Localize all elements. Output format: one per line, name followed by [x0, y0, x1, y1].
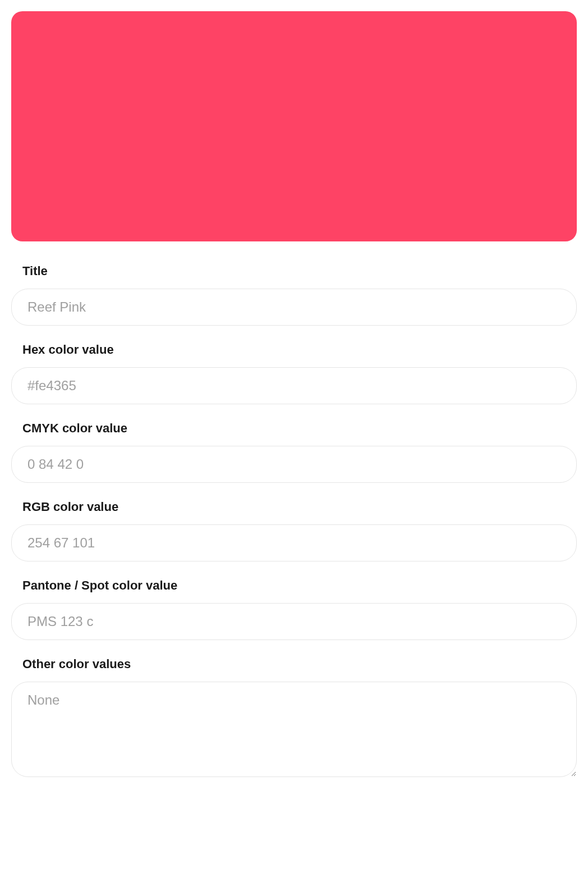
color-swatch: [11, 11, 577, 241]
title-label: Title: [11, 264, 577, 278]
other-textarea[interactable]: [11, 682, 577, 777]
other-label: Other color values: [11, 657, 577, 672]
title-input[interactable]: [11, 289, 577, 326]
rgb-label: RGB color value: [11, 500, 577, 514]
field-group-rgb: RGB color value: [11, 500, 577, 561]
hex-label: Hex color value: [11, 342, 577, 357]
pantone-input[interactable]: [11, 603, 577, 640]
field-group-cmyk: CMYK color value: [11, 421, 577, 483]
field-group-other: Other color values: [11, 657, 577, 779]
pantone-label: Pantone / Spot color value: [11, 578, 577, 593]
cmyk-input[interactable]: [11, 446, 577, 483]
field-group-title: Title: [11, 264, 577, 326]
field-group-hex: Hex color value: [11, 342, 577, 404]
hex-input[interactable]: [11, 367, 577, 404]
rgb-input[interactable]: [11, 524, 577, 561]
cmyk-label: CMYK color value: [11, 421, 577, 436]
field-group-pantone: Pantone / Spot color value: [11, 578, 577, 640]
